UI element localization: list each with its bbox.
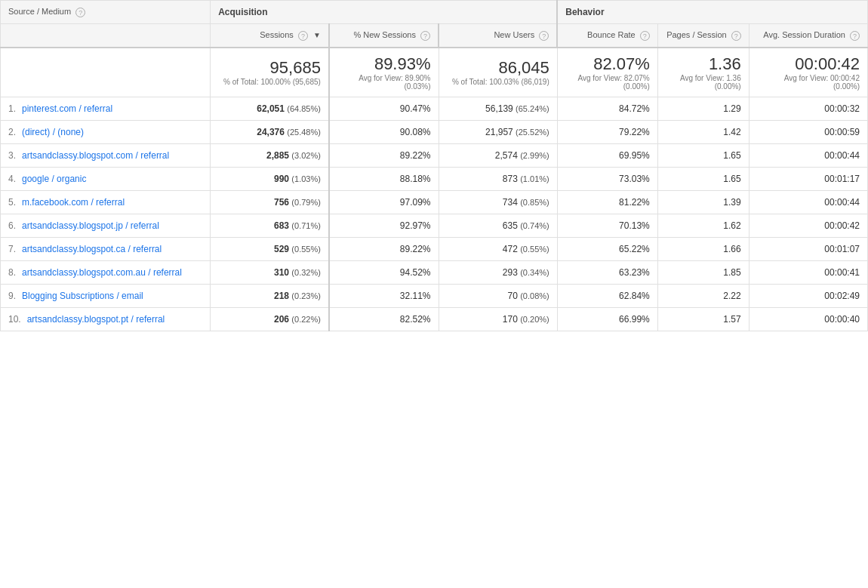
main-table-container: Source / Medium ? Acquisition Behavior S… [0,0,868,331]
avg-session-cell: 00:00:59 [749,120,867,143]
new-users-value: 873 [503,174,518,184]
totals-pages-cell: 1.36 Avg for View: 1.36 (0.00%) [657,48,749,97]
sessions-value: 62,051 [257,103,285,114]
bounce-rate-cell: 65.22% [557,237,657,260]
new-sessions-cell: 90.47% [329,97,439,120]
source-link[interactable]: artsandclassy.blogspot.pt / referral [27,314,165,325]
row-number: 9. [8,291,16,301]
new-sessions-cell: 32.11% [329,284,439,307]
new-sessions-cell: 82.52% [329,307,439,331]
sessions-sort-icon[interactable]: ▼ [313,31,321,39]
source-cell: 10.artsandclassy.blogspot.pt / referral [1,307,211,331]
sessions-value: 529 [274,244,289,254]
bounce-rate-help-icon[interactable]: ? [640,31,650,41]
source-link[interactable]: pinterest.com / referral [22,103,112,114]
sessions-pct: (0.79%) [291,198,321,207]
row-number: 1. [8,103,16,114]
pages-session-cell: 1.66 [657,237,749,260]
new-users-value: 56,139 [485,103,513,114]
new-users-cell: 293 (0.34%) [439,260,557,284]
sessions-value: 990 [274,174,289,184]
sessions-value: 218 [274,291,289,301]
sessions-cell: 310 (0.32%) [211,260,329,284]
totals-avg-cell: 00:00:42 Avg for View: 00:00:42 (0.00%) [749,48,867,97]
sessions-value: 756 [274,197,289,208]
bounce-rate-cell: 70.13% [557,214,657,237]
sessions-pct: (25.48%) [287,128,321,137]
new-sessions-help-icon[interactable]: ? [420,31,430,41]
new-users-value: 2,574 [495,150,518,161]
sessions-help-icon[interactable]: ? [298,31,308,41]
new-users-pct: (25.52%) [516,128,549,137]
bounce-rate-cell: 84.72% [557,97,657,120]
source-cell: 8.artsandclassy.blogspot.com.au / referr… [1,260,211,284]
row-number: 6. [8,220,16,231]
bounce-rate-cell: 63.23% [557,260,657,284]
avg-session-cell: 00:00:42 [749,214,867,237]
new-users-value: 170 [503,314,518,325]
new-sessions-col-header: % New Sessions ? [329,24,439,48]
table-row: 6.artsandclassy.blogspot.jp / referral68… [1,214,868,237]
new-users-cell: 472 (0.55%) [439,237,557,260]
new-users-value: 635 [503,220,518,231]
sessions-col-header: Sessions ? ▼ [211,24,329,48]
totals-row: 95,685 % of Total: 100.00% (95,685) 89.9… [1,48,868,97]
source-link[interactable]: m.facebook.com / referral [22,197,125,208]
source-link[interactable]: artsandclassy.blogspot.com / referral [22,150,169,161]
bounce-rate-cell: 69.95% [557,143,657,167]
sessions-value: 2,885 [266,150,289,161]
avg-session-cell: 00:00:44 [749,190,867,214]
pages-session-help-icon[interactable]: ? [731,31,741,41]
totals-source-cell [1,48,211,97]
sessions-pct: (0.32%) [291,268,321,277]
sessions-cell: 218 (0.23%) [211,284,329,307]
row-number: 5. [8,197,16,208]
bounce-rate-cell: 81.22% [557,190,657,214]
source-link[interactable]: artsandclassy.blogspot.jp / referral [22,220,159,231]
source-medium-help-icon[interactable]: ? [75,8,85,17]
source-link[interactable]: artsandclassy.blogspot.ca / referral [22,244,162,254]
sessions-cell: 683 (0.71%) [211,214,329,237]
sessions-cell: 529 (0.55%) [211,237,329,260]
new-users-pct: (0.85%) [520,198,549,207]
pages-session-cell: 1.39 [657,190,749,214]
sessions-cell: 206 (0.22%) [211,307,329,331]
source-cell: 2.(direct) / (none) [1,120,211,143]
new-sessions-cell: 92.97% [329,214,439,237]
avg-session-cell: 00:02:49 [749,284,867,307]
avg-session-cell: 00:01:07 [749,237,867,260]
row-number: 3. [8,150,16,161]
new-users-pct: (0.08%) [520,291,549,300]
bounce-rate-cell: 73.03% [557,167,657,190]
new-sessions-cell: 89.22% [329,143,439,167]
new-users-help-icon[interactable]: ? [539,31,549,41]
source-link[interactable]: google / organic [22,174,86,184]
source-cell: 7.artsandclassy.blogspot.ca / referral [1,237,211,260]
avg-session-help-icon[interactable]: ? [850,31,860,41]
sessions-cell: 990 (1.03%) [211,167,329,190]
bounce-rate-cell: 62.84% [557,284,657,307]
new-users-cell: 21,957 (25.52%) [439,120,557,143]
new-users-cell: 2,574 (2.99%) [439,143,557,167]
new-users-cell: 56,139 (65.24%) [439,97,557,120]
totals-new-users-cell: 86,045 % of Total: 100.03% (86,019) [439,48,557,97]
avg-session-cell: 00:00:32 [749,97,867,120]
pages-session-cell: 1.85 [657,260,749,284]
source-cell: 3.artsandclassy.blogspot.com / referral [1,143,211,167]
pages-session-cell: 1.65 [657,143,749,167]
source-link[interactable]: Blogging Subscriptions / email [22,291,143,301]
source-medium-header: Source / Medium ? [1,1,211,24]
new-users-pct: (0.34%) [520,268,549,277]
source-link[interactable]: artsandclassy.blogspot.com.au / referral [22,267,182,278]
pages-session-cell: 1.62 [657,214,749,237]
new-users-value: 734 [503,197,518,208]
avg-session-cell: 00:00:40 [749,307,867,331]
new-users-value: 70 [508,291,518,301]
row-number: 8. [8,267,16,278]
table-row: 3.artsandclassy.blogspot.com / referral2… [1,143,868,167]
new-users-pct: (2.99%) [520,151,549,160]
table-row: 4.google / organic990 (1.03%)88.18%873 (… [1,167,868,190]
source-link[interactable]: (direct) / (none) [22,127,84,137]
source-cell: 5.m.facebook.com / referral [1,190,211,214]
avg-session-col-header: Avg. Session Duration ? [749,24,867,48]
